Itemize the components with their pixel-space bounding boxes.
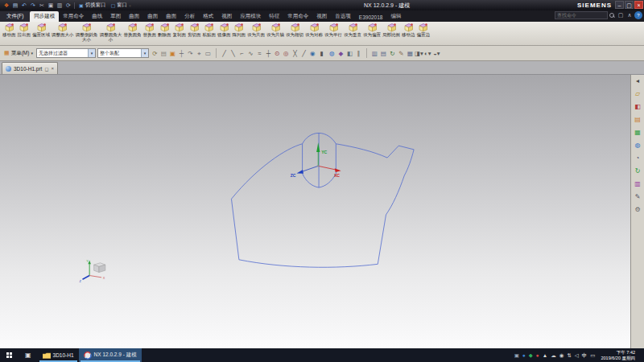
ribbon-tab[interactable]: 草图 <box>106 11 125 22</box>
snap-curve-icon[interactable]: ∿ <box>246 48 255 59</box>
copy-icon[interactable]: ▣ <box>47 2 55 9</box>
touch-keyboard-icon[interactable]: ▭ <box>590 348 595 362</box>
save-icon[interactable]: ▤ <box>11 2 19 9</box>
ribbon-tab[interactable]: 视图 <box>217 11 236 22</box>
menu-button[interactable]: ▦ 菜单(M) ▾ <box>2 50 35 57</box>
ribbon-tab[interactable]: E3902018 <box>355 13 387 22</box>
rotate-view-icon[interactable]: ↷ <box>186 48 195 59</box>
work-layer-icon[interactable]: ▤ <box>159 48 168 59</box>
wireframe-model[interactable]: YC XC ZC Y Z X <box>0 75 644 348</box>
ribbon-button[interactable]: 调整圆角大小 <box>99 23 123 42</box>
snap-sphere-icon[interactable]: ◉ <box>308 48 317 59</box>
task-view-button[interactable]: ▣ <box>19 348 38 362</box>
ribbon-button[interactable]: 设为对称 <box>304 23 324 37</box>
grid-icon[interactable]: ▦ <box>406 48 415 59</box>
rendering-style-icon[interactable]: ◨▾ <box>415 48 423 59</box>
ribbon-tab[interactable]: 格式 <box>199 11 217 22</box>
ribbon-tab[interactable]: 曲线 <box>88 11 106 22</box>
undo-icon[interactable]: ↶ <box>20 2 28 9</box>
parallel-icon[interactable]: ∥ <box>354 48 363 59</box>
touch-mode-icon[interactable]: ⟳ <box>151 48 159 59</box>
help-icon[interactable]: ? <box>634 11 642 19</box>
window-cascade-icon[interactable]: ▥ <box>370 48 379 59</box>
paste-icon[interactable]: ▥ <box>56 2 64 9</box>
ribbon-tab[interactable]: 分析 <box>180 11 199 22</box>
ribbon-button[interactable]: 替换圆角 <box>123 23 142 37</box>
web-browser-icon[interactable]: ◍ <box>633 141 643 150</box>
antivirus-icon[interactable]: ◆ <box>529 348 533 362</box>
part-tab[interactable]: 3D10-H1.prt ◻ × <box>2 62 58 74</box>
snap-endpoint-icon[interactable]: ╱ <box>220 48 229 59</box>
redo-icon[interactable]: ↷ <box>29 2 37 9</box>
ribbon-button[interactable]: 删除面 <box>157 23 172 37</box>
snap-tangent-icon[interactable]: ╱ <box>299 48 308 59</box>
ribbon-button[interactable]: 设为垂直 <box>343 23 362 37</box>
roles-icon[interactable]: ✎ <box>633 192 643 202</box>
ribbon-button[interactable]: 粘贴面 <box>202 23 217 37</box>
repeat-command-icon[interactable]: ⟳ <box>64 2 72 9</box>
ribbon-tab[interactable]: 曲面 <box>162 11 180 22</box>
selection-scope-dropdown[interactable]: 整个装配 ▾ <box>97 48 149 58</box>
globe-icon[interactable]: ◍ <box>328 48 336 59</box>
move-object-icon[interactable]: ┼ <box>177 48 186 59</box>
ribbon-button[interactable]: 拉出面 <box>17 23 32 37</box>
switch-window-button[interactable]: ▣ 切换窗口 <box>76 2 109 9</box>
ribbon-tab[interactable]: 曲面 <box>143 11 162 22</box>
gem-icon[interactable]: ◆ <box>336 48 345 59</box>
ribbon-tab[interactable]: 视图 <box>312 11 331 22</box>
shaded-face-icon[interactable]: ◧ <box>345 48 354 59</box>
snap-pole-icon[interactable]: ▮ <box>317 48 326 59</box>
ribbon-button[interactable]: 偏置区域 <box>31 23 51 37</box>
cut-icon[interactable]: ✂ <box>38 2 46 9</box>
snap-intersection-icon[interactable]: ┼ <box>264 48 273 59</box>
reuse-library-icon[interactable]: ▦ <box>633 128 643 138</box>
ribbon-button[interactable]: 移动面 <box>2 23 17 37</box>
restore-button[interactable]: ▢ <box>625 1 634 9</box>
ribbon-button[interactable]: 替换面 <box>142 23 158 37</box>
ribbon-tab[interactable]: 同步建模 <box>30 11 59 22</box>
zoom-icon[interactable]: ⌖ <box>195 48 204 59</box>
minimize-ribbon-icon[interactable]: ∧ <box>625 11 634 19</box>
network-icon[interactable]: ⇅ <box>567 348 571 362</box>
resource-bar-handle-icon[interactable]: ◂ <box>633 76 643 86</box>
ribbon-tab[interactable]: 常用命令 <box>283 11 312 22</box>
background-icon[interactable]: ◒▾ <box>432 48 441 59</box>
history-icon[interactable]: ◔ <box>633 154 643 163</box>
system-tools-icon[interactable]: ⚙ <box>633 205 643 215</box>
graphics-viewport[interactable]: YC XC ZC Y Z X <box>0 74 644 348</box>
ribbon-tab[interactable]: 特征 <box>265 11 283 22</box>
ribbon-button[interactable]: 设为共轴 <box>266 23 285 37</box>
taskbar-nx-button[interactable]: NX 12.0.2.9 - 建模 <box>79 348 142 362</box>
search-icon[interactable] <box>609 13 615 19</box>
taskbar-clock[interactable]: 下午 7:42 2019/6/20 星期四 <box>599 350 636 361</box>
ime-icon[interactable]: 中 <box>582 348 588 362</box>
highlight-toggle-icon[interactable]: ▣ <box>168 48 177 59</box>
snap-quadrant-icon[interactable]: ◎ <box>282 48 291 59</box>
start-button[interactable] <box>0 348 19 362</box>
selection-filter-dropdown[interactable]: 无选择过滤器 ▾ <box>36 48 96 58</box>
ribbon-tab[interactable]: 曲面 <box>125 11 143 22</box>
ribbon-button[interactable]: 剪切面 <box>187 23 202 37</box>
netdisk-icon[interactable]: ● <box>536 348 539 362</box>
ribbon-tab[interactable]: 首选项 <box>331 11 355 22</box>
ribbon-tab[interactable]: 应用模块 <box>236 11 265 22</box>
taskbar-explorer-button[interactable]: 3D10-H1 <box>38 348 79 362</box>
ribbon-button[interactable]: 局部比例 <box>382 23 401 37</box>
snap-center-icon[interactable]: ⊙ <box>273 48 282 59</box>
part-navigator-icon[interactable]: ▤ <box>633 115 643 125</box>
ribbon-button[interactable]: 设为共面 <box>246 23 266 37</box>
snap-point-icon[interactable]: ╳ <box>291 48 299 59</box>
volume-icon[interactable]: ◁ <box>575 348 579 362</box>
ribbon-button[interactable]: 镜像面 <box>217 23 232 37</box>
snap-spline-icon[interactable]: ≈ <box>255 48 264 59</box>
nx-app-icon[interactable]: ❖ <box>2 2 10 9</box>
ribbon-tab[interactable]: 编辑 <box>386 11 405 22</box>
snap-midpoint-icon[interactable]: ╲ <box>229 48 237 59</box>
command-search-input[interactable] <box>555 11 608 19</box>
ribbon-button[interactable]: 设为偏置 <box>362 23 382 37</box>
process-studio-icon[interactable]: ↻ <box>633 167 643 176</box>
rect-select-icon[interactable]: ▭ <box>204 48 213 59</box>
tray-expand-icon[interactable]: ▲ <box>543 348 547 362</box>
defender-icon[interactable]: ◉ <box>559 348 564 362</box>
window-tile-icon[interactable]: ▤ <box>379 48 388 59</box>
